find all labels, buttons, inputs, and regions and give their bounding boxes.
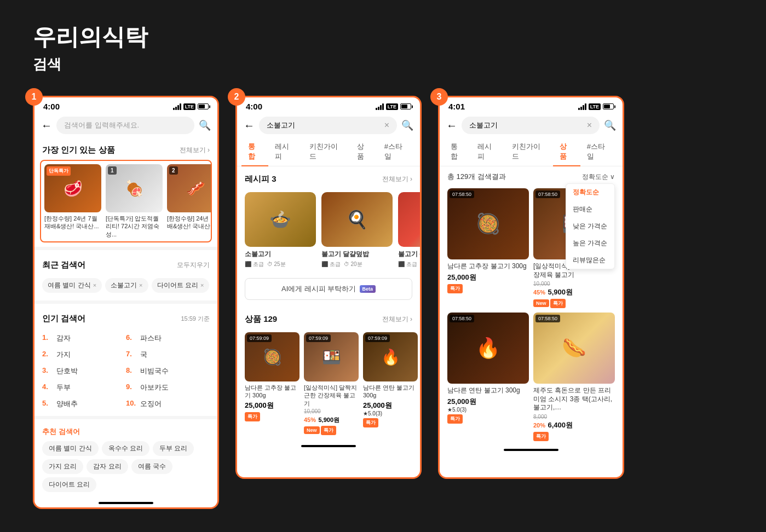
- sort-option-5[interactable]: 리뷰많은순: [566, 252, 614, 269]
- products-header-2: 상품 129 전체보기 ›: [237, 307, 420, 329]
- tab-kitchen-2[interactable]: 키친가이드: [303, 137, 351, 166]
- recipe-card-3[interactable]: 🥗 불고기 상추쌈밥 ⬛ 초급 ⏱ 20분: [398, 192, 420, 268]
- clear-search-3[interactable]: ×: [587, 120, 592, 130]
- grid-card-4[interactable]: 07:58:50 🌭 제주도 흑돈으로 만든 프리미엄 소시지 3종 택(고사리…: [533, 313, 615, 441]
- grid-card-3[interactable]: 07:58:50 🔥 남다른 연탄 불고기 300g 25,000원 ★5.0(…: [447, 313, 529, 441]
- product-card-2[interactable]: 1 🍖 [단독특가] 압도적퀄리티! 72시간 저염숙성...: [106, 164, 163, 238]
- popular-item-9[interactable]: 9.아보카도: [126, 380, 210, 395]
- prod-scroll-img-1: 07:59:09 🥘: [245, 332, 300, 381]
- tag-chip-2[interactable]: 소불고기 ×: [105, 278, 148, 293]
- products-viewall-2[interactable]: 전체보기 ›: [382, 315, 412, 324]
- home-bar-1: [34, 498, 217, 507]
- signal-bar: [177, 105, 179, 110]
- lte-badge-3: LTE: [589, 103, 601, 110]
- battery-icon-3: [603, 103, 614, 109]
- tab-style-2[interactable]: #스타일: [378, 137, 416, 166]
- popular-item-10[interactable]: 10.오징어: [126, 396, 210, 412]
- chip-x-3[interactable]: ×: [200, 282, 204, 288]
- sort-option-3[interactable]: 낮은 가격순: [566, 218, 614, 235]
- signal-bar: [180, 103, 181, 110]
- home-bar-2: [237, 441, 420, 450]
- search-input-3[interactable]: 소불고기 ×: [462, 117, 600, 134]
- rec-tag-6[interactable]: 여름 국수: [131, 459, 172, 474]
- rec-tag-2[interactable]: 옥수수 요리: [102, 441, 149, 456]
- search-icon-2[interactable]: 🔍: [401, 119, 413, 131]
- back-button-1[interactable]: ←: [41, 119, 52, 132]
- tag-chip-1[interactable]: 여름 별미 간식 ×: [42, 278, 102, 293]
- grid-name-3: 남다른 연탄 불고기 300g: [447, 386, 529, 395]
- sort-option-4[interactable]: 높은 가격순: [566, 235, 614, 252]
- product-card-3[interactable]: 2 🥓 특 [한정수량] 24년 7 재배&생산! 국내산: [167, 164, 212, 238]
- popular-products-viewall[interactable]: 전체보기 ›: [180, 146, 210, 155]
- status-icons-3: LTE: [578, 103, 614, 110]
- sort-option-2[interactable]: 판매순: [566, 201, 614, 218]
- rec-tag-4[interactable]: 가지 요리: [42, 459, 83, 474]
- tab-integrated-2[interactable]: 통합: [241, 137, 268, 166]
- clear-all-btn[interactable]: 모두지우기: [177, 261, 210, 270]
- popular-item-4[interactable]: 4.두부: [42, 380, 126, 395]
- recipe-level-3: ⬛ 초급: [398, 261, 417, 268]
- grid-stars-3: ★5.0(3): [447, 407, 529, 413]
- recipes-viewall-2[interactable]: 전체보기 ›: [382, 175, 412, 184]
- ai-banner-2[interactable]: AI에게 레시피 부탁하기 Beta: [245, 278, 412, 300]
- prod-timer-2: 07:59:09: [306, 334, 331, 342]
- signal-bar: [583, 105, 584, 110]
- popular-item-8[interactable]: 8.비빔국수: [126, 363, 210, 379]
- product-badge-1: 단독특가: [47, 166, 71, 176]
- rec-tag-5[interactable]: 감자 요리: [87, 459, 128, 474]
- tab-integrated-3[interactable]: 통합: [444, 137, 471, 166]
- sort-dropdown[interactable]: 정확도순 ∨ 정확도순 판매순 낮은 가격순 높은 가격순 리뷰많은순: [582, 172, 615, 182]
- popular-item-6[interactable]: 6.파스타: [126, 331, 210, 346]
- tab-kitchen-3[interactable]: 키친가이드: [505, 137, 554, 166]
- tab-products-3[interactable]: 상품: [553, 137, 580, 166]
- prod-scroll-rating-3: ★5.0(3): [363, 410, 418, 417]
- popular-item-2[interactable]: 2.가지: [42, 347, 126, 362]
- grid-card-1[interactable]: 07:58:50 🥘 남다른 고추장 불고기 300g 25,000원 특가: [447, 188, 529, 308]
- popular-item-5[interactable]: 5.양배추: [42, 396, 126, 412]
- signal-bar: [580, 107, 582, 110]
- chip-x-2[interactable]: ×: [139, 282, 142, 288]
- recipe-card-2[interactable]: 🍳 불고기 달걀덮밥 ⬛ 초급 ⏱ 20분: [321, 192, 393, 268]
- status-time-2: 4:00: [246, 102, 262, 111]
- chip-x-1[interactable]: ×: [93, 282, 96, 288]
- product-card-1[interactable]: 단독특가 🥩 [한정수량] 24년 7월 재배&생산! 국내산...: [44, 164, 101, 238]
- battery-fill-2: [401, 105, 407, 108]
- prod-scroll-card-3[interactable]: 07:59:09 🔥 남다른 연탄 불고기 300g 25,000원 ★5.0(…: [363, 332, 418, 435]
- search-icon-1[interactable]: 🔍: [199, 119, 211, 131]
- tab-recipe-3[interactable]: 레시피: [471, 137, 505, 166]
- battery-fill-3: [604, 105, 610, 108]
- prod-scroll-price-2: 5,900원: [318, 417, 339, 423]
- popular-item-7[interactable]: 7.국: [126, 347, 210, 362]
- divider-3: [34, 416, 217, 419]
- grid-timer-3: 07:58:50: [450, 315, 474, 322]
- tag-chip-3[interactable]: 다이어트 요리 ×: [152, 278, 210, 293]
- clear-search-2[interactable]: ×: [384, 120, 389, 130]
- rec-title: 추천 검색어: [42, 427, 210, 437]
- signal-bar: [175, 107, 177, 110]
- rec-tag-1[interactable]: 여름 별미 간식: [42, 441, 99, 456]
- popular-item-1[interactable]: 1.감자: [42, 331, 126, 346]
- grid-price-1: 25,000원: [447, 273, 529, 282]
- search-icon-3[interactable]: 🔍: [604, 119, 616, 131]
- recipe-name-1: 소불고기: [245, 250, 316, 259]
- tab-style-3[interactable]: #스타일: [580, 137, 618, 166]
- back-button-3[interactable]: ←: [446, 119, 457, 132]
- rec-tag-3[interactable]: 두부 요리: [153, 441, 194, 456]
- tab-products-2[interactable]: 상품: [350, 137, 377, 166]
- prod-scroll-card-2[interactable]: 07:59:09 🍱 [일상적미식] 달짝지근한 간장제육 불고기 10,000…: [304, 332, 359, 435]
- popular-products-scroll: 단독특가 🥩 [한정수량] 24년 7월 재배&생산! 국내산... 1 🍖 […: [40, 160, 212, 242]
- back-button-2[interactable]: ←: [244, 119, 255, 132]
- status-bar-3: 4:01 LTE: [440, 97, 623, 113]
- product-name-1: [한정수량] 24년 7월 재배&생산! 국내산...: [44, 215, 101, 230]
- prod-scroll-card-1[interactable]: 07:59:09 🥘 남다른 고추장 불고기 300g 25,000원 특가: [245, 332, 300, 435]
- search-input-1[interactable]: 검색어를 입력해주세요.: [56, 117, 194, 134]
- search-input-2[interactable]: 소불고기 ×: [259, 117, 397, 134]
- tab-recipe-2[interactable]: 레시피: [268, 137, 302, 166]
- popular-item-3[interactable]: 3.단호박: [42, 363, 126, 379]
- rec-tag-7[interactable]: 다이어트 요리: [42, 477, 96, 492]
- status-time-3: 4:01: [448, 102, 465, 111]
- sort-option-1[interactable]: 정확도순: [566, 184, 614, 201]
- recipe-card-1[interactable]: 🍲 소불고기 ⬛ 초급 ⏱ 25분: [245, 192, 316, 268]
- prod-scroll-new-2: New: [304, 426, 320, 434]
- recipe-time-2: ⏱ 20분: [344, 261, 362, 268]
